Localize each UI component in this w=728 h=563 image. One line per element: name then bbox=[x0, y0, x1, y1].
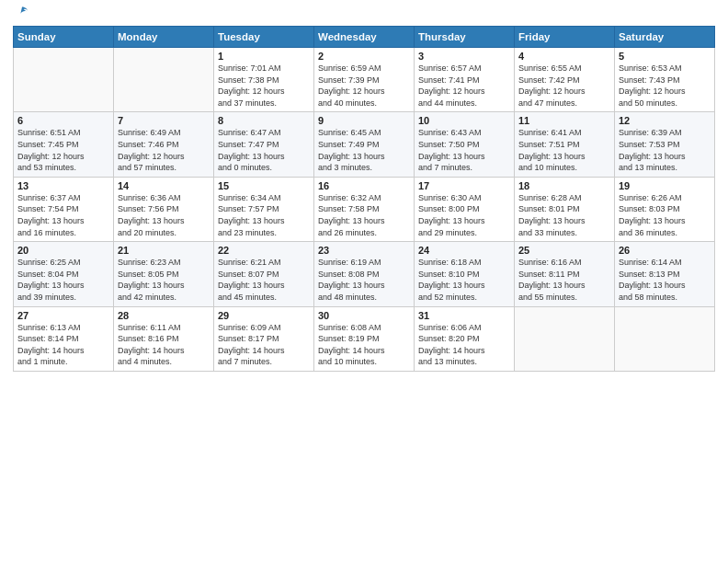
day-number: 31 bbox=[418, 310, 510, 321]
day-number: 3 bbox=[418, 51, 510, 62]
day-info: Sunrise: 6:26 AM Sunset: 8:03 PM Dayligh… bbox=[619, 192, 711, 238]
calendar-cell: 24Sunrise: 6:18 AM Sunset: 8:10 PM Dayli… bbox=[415, 242, 515, 306]
calendar-cell: 23Sunrise: 6:19 AM Sunset: 8:08 PM Dayli… bbox=[314, 242, 415, 306]
calendar-cell: 12Sunrise: 6:39 AM Sunset: 7:53 PM Dayli… bbox=[615, 112, 715, 177]
calendar-cell: 11Sunrise: 6:41 AM Sunset: 7:51 PM Dayli… bbox=[515, 112, 615, 177]
day-info: Sunrise: 6:41 AM Sunset: 7:51 PM Dayligh… bbox=[518, 127, 610, 173]
weekday-header-row: SundayMondayTuesdayWednesdayThursdayFrid… bbox=[14, 27, 715, 48]
calendar-cell: 3Sunrise: 6:57 AM Sunset: 7:41 PM Daylig… bbox=[415, 48, 515, 112]
calendar-cell: 18Sunrise: 6:28 AM Sunset: 8:01 PM Dayli… bbox=[515, 177, 615, 241]
day-number: 5 bbox=[619, 51, 711, 62]
day-number: 8 bbox=[218, 115, 310, 126]
day-number: 23 bbox=[318, 245, 410, 256]
day-number: 2 bbox=[318, 51, 410, 62]
week-row-4: 20Sunrise: 6:25 AM Sunset: 8:04 PM Dayli… bbox=[14, 242, 715, 306]
calendar-cell bbox=[114, 48, 214, 112]
day-number: 11 bbox=[518, 115, 610, 126]
calendar-cell: 28Sunrise: 6:11 AM Sunset: 8:16 PM Dayli… bbox=[114, 306, 214, 371]
day-info: Sunrise: 6:32 AM Sunset: 7:58 PM Dayligh… bbox=[318, 192, 410, 238]
calendar-cell: 1Sunrise: 7:01 AM Sunset: 7:38 PM Daylig… bbox=[214, 48, 314, 112]
weekday-header-thursday: Thursday bbox=[415, 27, 515, 48]
day-number: 19 bbox=[619, 180, 711, 191]
day-info: Sunrise: 6:53 AM Sunset: 7:43 PM Dayligh… bbox=[619, 63, 711, 109]
calendar-cell: 2Sunrise: 6:59 AM Sunset: 7:39 PM Daylig… bbox=[314, 48, 415, 112]
day-number: 7 bbox=[118, 115, 210, 126]
calendar-cell: 13Sunrise: 6:37 AM Sunset: 7:54 PM Dayli… bbox=[14, 177, 114, 241]
header bbox=[13, 9, 715, 20]
weekday-header-monday: Monday bbox=[114, 27, 214, 48]
day-info: Sunrise: 6:13 AM Sunset: 8:14 PM Dayligh… bbox=[17, 322, 109, 368]
day-number: 16 bbox=[318, 180, 410, 191]
day-number: 20 bbox=[17, 245, 109, 256]
day-info: Sunrise: 6:34 AM Sunset: 7:57 PM Dayligh… bbox=[218, 192, 310, 238]
weekday-header-tuesday: Tuesday bbox=[214, 27, 314, 48]
calendar-cell bbox=[615, 306, 715, 371]
day-number: 29 bbox=[218, 310, 310, 321]
calendar-cell: 26Sunrise: 6:14 AM Sunset: 8:13 PM Dayli… bbox=[615, 242, 715, 306]
day-info: Sunrise: 6:47 AM Sunset: 7:47 PM Dayligh… bbox=[218, 127, 310, 173]
calendar-cell: 9Sunrise: 6:45 AM Sunset: 7:49 PM Daylig… bbox=[314, 112, 415, 177]
calendar-cell: 7Sunrise: 6:49 AM Sunset: 7:46 PM Daylig… bbox=[114, 112, 214, 177]
weekday-header-wednesday: Wednesday bbox=[314, 27, 415, 48]
calendar-cell: 21Sunrise: 6:23 AM Sunset: 8:05 PM Dayli… bbox=[114, 242, 214, 306]
day-info: Sunrise: 6:09 AM Sunset: 8:17 PM Dayligh… bbox=[218, 322, 310, 368]
calendar-cell: 27Sunrise: 6:13 AM Sunset: 8:14 PM Dayli… bbox=[14, 306, 114, 371]
day-info: Sunrise: 6:16 AM Sunset: 8:11 PM Dayligh… bbox=[518, 257, 610, 303]
day-number: 21 bbox=[118, 245, 210, 256]
day-number: 30 bbox=[318, 310, 410, 321]
day-info: Sunrise: 6:36 AM Sunset: 7:56 PM Dayligh… bbox=[118, 192, 210, 238]
calendar-cell: 29Sunrise: 6:09 AM Sunset: 8:17 PM Dayli… bbox=[214, 306, 314, 371]
calendar-table: SundayMondayTuesdayWednesdayThursdayFrid… bbox=[13, 26, 715, 372]
calendar-cell: 15Sunrise: 6:34 AM Sunset: 7:57 PM Dayli… bbox=[214, 177, 314, 241]
day-number: 10 bbox=[418, 115, 510, 126]
day-info: Sunrise: 6:18 AM Sunset: 8:10 PM Dayligh… bbox=[418, 257, 510, 303]
week-row-5: 27Sunrise: 6:13 AM Sunset: 8:14 PM Dayli… bbox=[14, 306, 715, 371]
day-number: 18 bbox=[518, 180, 610, 191]
day-number: 1 bbox=[218, 51, 310, 62]
day-number: 28 bbox=[118, 310, 210, 321]
calendar-cell bbox=[515, 306, 615, 371]
day-number: 15 bbox=[218, 180, 310, 191]
day-info: Sunrise: 6:11 AM Sunset: 8:16 PM Dayligh… bbox=[118, 322, 210, 368]
calendar-cell: 30Sunrise: 6:08 AM Sunset: 8:19 PM Dayli… bbox=[314, 306, 415, 371]
day-number: 22 bbox=[218, 245, 310, 256]
day-number: 13 bbox=[17, 180, 109, 191]
calendar-cell: 10Sunrise: 6:43 AM Sunset: 7:50 PM Dayli… bbox=[415, 112, 515, 177]
weekday-header-sunday: Sunday bbox=[14, 27, 114, 48]
day-info: Sunrise: 6:08 AM Sunset: 8:19 PM Dayligh… bbox=[318, 322, 410, 368]
calendar-cell: 20Sunrise: 6:25 AM Sunset: 8:04 PM Dayli… bbox=[14, 242, 114, 306]
week-row-2: 6Sunrise: 6:51 AM Sunset: 7:45 PM Daylig… bbox=[14, 112, 715, 177]
calendar-cell: 19Sunrise: 6:26 AM Sunset: 8:03 PM Dayli… bbox=[615, 177, 715, 241]
calendar-cell: 25Sunrise: 6:16 AM Sunset: 8:11 PM Dayli… bbox=[515, 242, 615, 306]
page: SundayMondayTuesdayWednesdayThursdayFrid… bbox=[0, 0, 728, 563]
weekday-header-friday: Friday bbox=[515, 27, 615, 48]
calendar-cell: 31Sunrise: 6:06 AM Sunset: 8:20 PM Dayli… bbox=[415, 306, 515, 371]
day-number: 4 bbox=[518, 51, 610, 62]
week-row-3: 13Sunrise: 6:37 AM Sunset: 7:54 PM Dayli… bbox=[14, 177, 715, 241]
day-number: 12 bbox=[619, 115, 711, 126]
calendar-cell: 22Sunrise: 6:21 AM Sunset: 8:07 PM Dayli… bbox=[214, 242, 314, 306]
day-number: 27 bbox=[17, 310, 109, 321]
day-info: Sunrise: 6:57 AM Sunset: 7:41 PM Dayligh… bbox=[418, 63, 510, 109]
day-info: Sunrise: 6:45 AM Sunset: 7:49 PM Dayligh… bbox=[318, 127, 410, 173]
day-info: Sunrise: 6:49 AM Sunset: 7:46 PM Dayligh… bbox=[118, 127, 210, 173]
day-info: Sunrise: 6:30 AM Sunset: 8:00 PM Dayligh… bbox=[418, 192, 510, 238]
calendar-cell bbox=[14, 48, 114, 112]
logo bbox=[13, 13, 29, 20]
day-info: Sunrise: 6:28 AM Sunset: 8:01 PM Dayligh… bbox=[518, 192, 610, 238]
calendar-cell: 17Sunrise: 6:30 AM Sunset: 8:00 PM Dayli… bbox=[415, 177, 515, 241]
day-number: 26 bbox=[619, 245, 711, 256]
day-info: Sunrise: 6:51 AM Sunset: 7:45 PM Dayligh… bbox=[17, 127, 109, 173]
calendar-cell: 4Sunrise: 6:55 AM Sunset: 7:42 PM Daylig… bbox=[515, 48, 615, 112]
day-number: 14 bbox=[118, 180, 210, 191]
day-info: Sunrise: 6:25 AM Sunset: 8:04 PM Dayligh… bbox=[17, 257, 109, 303]
day-info: Sunrise: 6:37 AM Sunset: 7:54 PM Dayligh… bbox=[17, 192, 109, 238]
day-info: Sunrise: 6:59 AM Sunset: 7:39 PM Dayligh… bbox=[318, 63, 410, 109]
day-info: Sunrise: 6:06 AM Sunset: 8:20 PM Dayligh… bbox=[418, 322, 510, 368]
day-info: Sunrise: 6:21 AM Sunset: 8:07 PM Dayligh… bbox=[218, 257, 310, 303]
week-row-1: 1Sunrise: 7:01 AM Sunset: 7:38 PM Daylig… bbox=[14, 48, 715, 112]
day-number: 24 bbox=[418, 245, 510, 256]
calendar-cell: 16Sunrise: 6:32 AM Sunset: 7:58 PM Dayli… bbox=[314, 177, 415, 241]
day-info: Sunrise: 6:39 AM Sunset: 7:53 PM Dayligh… bbox=[619, 127, 711, 173]
weekday-header-saturday: Saturday bbox=[615, 27, 715, 48]
